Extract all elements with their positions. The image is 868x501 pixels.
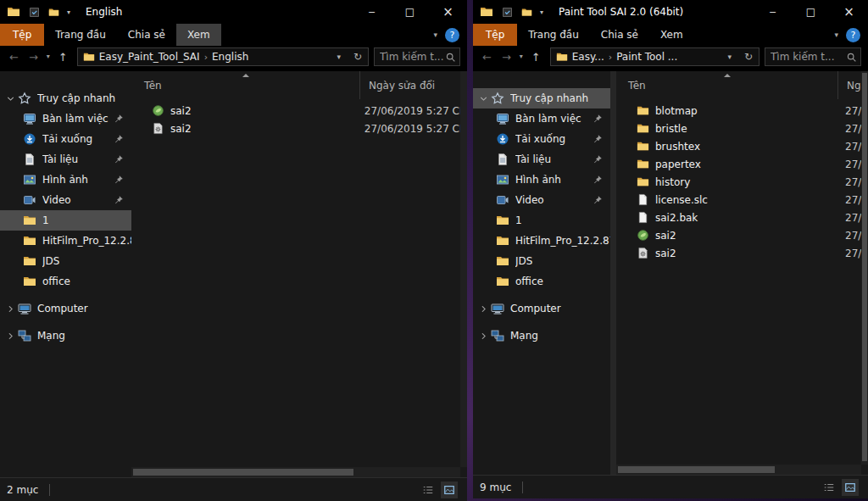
maximize-button[interactable]: □ (391, 0, 429, 24)
back-button[interactable]: ← (5, 52, 23, 63)
sidebar-item-network[interactable]: Mạng (0, 326, 131, 346)
sidebar-item-documents[interactable]: Tài liệu (473, 149, 610, 170)
file-row[interactable]: sai2 27/06/2019 5:27 CH (131, 120, 467, 137)
forward-button[interactable]: → (498, 52, 515, 63)
sidebar-item-jds[interactable]: JDS (0, 251, 131, 271)
sidebar-item-office[interactable]: office (0, 271, 131, 292)
close-button[interactable]: × (429, 0, 467, 24)
help-button[interactable]: ? (445, 28, 459, 42)
ribbon-collapse-icon[interactable]: ▾ (834, 31, 838, 39)
thumbnails-view-button[interactable] (441, 482, 458, 498)
scrollbar-thumb[interactable] (862, 73, 867, 461)
properties-icon[interactable] (29, 7, 40, 18)
minimize-button[interactable]: ─ (754, 0, 792, 24)
breadcrumb-current[interactable]: English (212, 51, 248, 63)
sidebar-scrollbar[interactable] (610, 71, 616, 475)
vertical-scrollbar[interactable] (861, 71, 868, 465)
sidebar-item-jds[interactable]: JDS (473, 251, 610, 271)
properties-icon[interactable] (502, 7, 513, 18)
sidebar-item-downloads[interactable]: Tải xuống (473, 129, 610, 149)
column-header-name[interactable]: Tên (131, 71, 360, 99)
column-header-name[interactable]: Tên (616, 71, 838, 99)
tab-share[interactable]: Chia sẻ (117, 24, 176, 46)
details-view-button[interactable] (821, 479, 837, 496)
folder-icon[interactable] (521, 7, 532, 18)
file-menu-button[interactable]: Tệp (0, 24, 44, 46)
tab-view[interactable]: Xem (176, 24, 221, 46)
close-button[interactable]: × (830, 0, 868, 24)
sidebar-item-computer[interactable]: Computer (473, 298, 610, 319)
address-dropdown-icon[interactable]: ▾ (723, 53, 736, 61)
tab-home[interactable]: Trang đầu (517, 24, 589, 46)
tab-share[interactable]: Chia sẻ (590, 24, 649, 46)
ribbon-collapse-icon[interactable]: ▾ (433, 31, 437, 39)
sidebar-item-hitfilm[interactable]: HitFilm_Pro_12.2.87 (0, 231, 131, 251)
thumbnails-view-button[interactable] (842, 479, 859, 496)
sidebar-item-pictures[interactable]: Hình ảnh (473, 170, 610, 190)
search-input[interactable] (771, 51, 846, 63)
file-row[interactable]: bristle 27/0 (616, 120, 868, 137)
scrollbar-thumb[interactable] (133, 469, 353, 476)
chevron-right-icon[interactable] (478, 303, 489, 315)
horizontal-scrollbar[interactable] (131, 467, 460, 477)
sidebar-item-downloads[interactable]: Tải xuống (0, 129, 131, 149)
sidebar-item-documents[interactable]: Tài liệu (0, 149, 131, 170)
search-input[interactable] (380, 51, 445, 63)
sidebar-item-1[interactable]: 1 (473, 210, 610, 231)
sidebar-item-pictures[interactable]: Hình ảnh (0, 170, 131, 190)
address-bar[interactable]: Easy_Paint_Tool_SAI › English ▾ ↻ (77, 47, 369, 66)
sidebar-item-1[interactable]: 1 (0, 210, 131, 231)
file-row[interactable]: sai2.bak 27/0 (616, 209, 868, 226)
refresh-icon[interactable]: ↻ (349, 51, 366, 63)
chevron-down-icon[interactable]: ▾ (67, 8, 70, 16)
file-row[interactable]: blotmap 27/0 (616, 102, 868, 120)
sidebar-item-quick-access[interactable]: Truy cập nhanh (0, 88, 131, 109)
chevron-down-icon[interactable]: ▾ (540, 8, 543, 16)
recent-locations-chevron-icon[interactable]: ▾ (44, 53, 53, 60)
address-dropdown-icon[interactable]: ▾ (332, 53, 345, 61)
up-button[interactable]: ↑ (527, 52, 545, 63)
breadcrumb-root[interactable]: Easy_Paint_Tool_SAI (99, 51, 200, 63)
file-menu-button[interactable]: Tệp (473, 24, 517, 46)
horizontal-scrollbar[interactable] (616, 465, 861, 475)
sidebar-item-computer[interactable]: Computer (0, 298, 131, 319)
help-button[interactable]: ? (846, 28, 860, 42)
file-row[interactable]: history 27/0 (616, 173, 868, 191)
breadcrumb-root[interactable]: Easy... (572, 51, 604, 63)
titlebar[interactable]: ▾ English ─ □ × (0, 0, 467, 24)
forward-button[interactable]: → (25, 52, 42, 63)
sidebar-item-quick-access[interactable]: Truy cập nhanh (473, 88, 610, 109)
titlebar[interactable]: ▾ Paint Tool SAI 2.0 (64bit) ─ □ × (473, 0, 868, 24)
column-header-date[interactable]: Ngày sửa đổi (360, 71, 467, 99)
sidebar-item-office[interactable]: office (473, 271, 610, 292)
up-button[interactable]: ↑ (54, 52, 72, 63)
chevron-right-icon[interactable] (5, 303, 16, 315)
vertical-scrollbar[interactable] (460, 71, 467, 467)
chevron-right-icon[interactable] (478, 331, 489, 342)
sidebar-item-video[interactable]: Video (473, 190, 610, 210)
chevron-right-icon[interactable] (5, 331, 16, 342)
chevron-down-icon[interactable] (478, 93, 489, 104)
sidebar-item-network[interactable]: Mạng (473, 326, 610, 346)
file-row[interactable]: sai2 27/0 (616, 244, 868, 262)
sidebar-item-desktop[interactable]: Bàn làm việc (0, 109, 131, 129)
file-row[interactable]: brushtex 27/0 (616, 137, 868, 155)
scrollbar-thumb[interactable] (618, 466, 775, 473)
sidebar-item-hitfilm[interactable]: HitFilm_Pro_12.2.87 (473, 231, 610, 251)
file-row[interactable]: sai2 27/06/2019 5:27 CH (131, 102, 467, 120)
breadcrumb-current[interactable]: Paint Tool ... (616, 51, 677, 63)
refresh-icon[interactable]: ↻ (740, 51, 757, 63)
details-view-button[interactable] (420, 482, 437, 498)
tab-home[interactable]: Trang đầu (44, 24, 116, 46)
sidebar-item-video[interactable]: Video (0, 190, 131, 210)
sidebar-item-desktop[interactable]: Bàn làm việc (473, 109, 610, 129)
tab-view[interactable]: Xem (649, 24, 694, 46)
file-row[interactable]: license.slc 27/0 (616, 191, 868, 209)
minimize-button[interactable]: ─ (353, 0, 391, 24)
back-button[interactable]: ← (478, 52, 496, 63)
folder-icon[interactable] (48, 7, 59, 18)
file-row[interactable]: sai2 27/0 (616, 226, 868, 244)
maximize-button[interactable]: □ (792, 0, 830, 24)
file-row[interactable]: papertex 27/0 (616, 155, 868, 173)
chevron-down-icon[interactable] (5, 93, 16, 104)
